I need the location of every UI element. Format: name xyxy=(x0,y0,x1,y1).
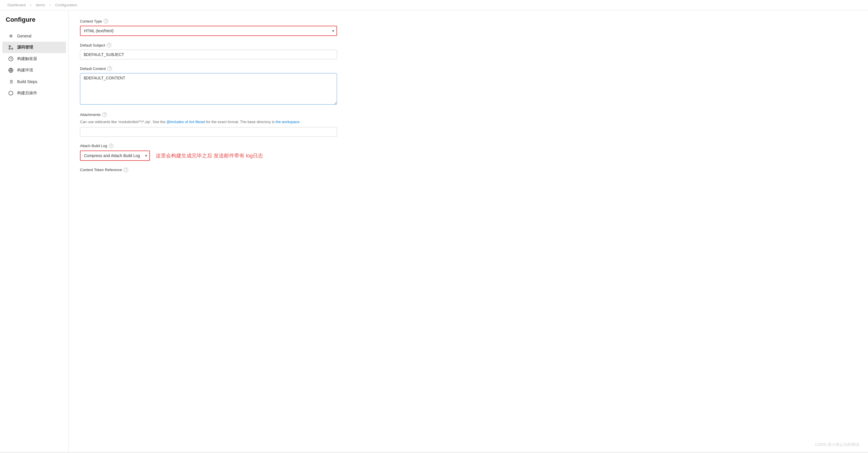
annotation-text: 这里会构建生成完毕之后 发送邮件带有 log日志 xyxy=(156,152,263,159)
gear-icon: ⚙ xyxy=(8,33,14,39)
svg-point-0 xyxy=(11,48,13,50)
breadcrumb-sep-2: › xyxy=(50,3,51,7)
attach-build-log-field: Attach Build Log ? No Attach Build Log C… xyxy=(80,144,337,161)
breadcrumb: Dashboard › demo › Configuration xyxy=(0,0,868,10)
attachments-input[interactable] xyxy=(80,127,337,137)
sidebar-item-build-steps[interactable]: Build Steps xyxy=(2,76,66,87)
config-section: Content Type ? HTML (text/html) Plain Te… xyxy=(80,19,337,172)
content-type-label: Content Type ? xyxy=(80,19,337,23)
box-icon xyxy=(8,90,14,96)
clock-icon xyxy=(8,56,14,62)
watermark: CSDN @小张认为的测试 xyxy=(815,442,860,447)
attach-build-log-select-wrapper: No Attach Build Log Compress and Attach … xyxy=(80,151,150,161)
default-content-wrapper: $DEFAULT_CONTENT ⌟ xyxy=(80,73,337,105)
content-token-reference-label: Content Token Reference ? xyxy=(80,168,337,172)
sidebar-item-general[interactable]: ⚙ General xyxy=(2,30,66,42)
attach-build-log-select[interactable]: No Attach Build Log Compress and Attach … xyxy=(80,151,150,161)
sidebar-item-post-build[interactable]: 构建后操作 xyxy=(2,87,66,99)
default-subject-field: Default Subject ? xyxy=(80,43,337,59)
sidebar-item-build-triggers[interactable]: 构建触发器 xyxy=(2,53,66,65)
content-type-select[interactable]: HTML (text/html) Plain Text (text/plain) xyxy=(80,26,337,36)
attachments-hint: Can use wildcards like 'module/dist/**/*… xyxy=(80,119,337,125)
default-content-field: Default Content ? $DEFAULT_CONTENT ⌟ xyxy=(80,66,337,105)
attach-build-log-label: Attach Build Log ? xyxy=(80,144,337,148)
content-type-select-wrapper: HTML (text/html) Plain Text (text/plain)… xyxy=(80,26,337,36)
default-subject-input[interactable] xyxy=(80,50,337,59)
default-content-help-icon[interactable]: ? xyxy=(107,66,112,71)
breadcrumb-demo[interactable]: demo xyxy=(36,3,45,7)
sidebar-item-source-management[interactable]: 源码管理 xyxy=(2,42,66,53)
breadcrumb-dashboard[interactable]: Dashboard xyxy=(7,3,26,7)
attach-build-log-row: No Attach Build Log Compress and Attach … xyxy=(80,151,337,161)
content-type-field: Content Type ? HTML (text/html) Plain Te… xyxy=(80,19,337,36)
globe-icon xyxy=(8,67,14,73)
attachments-label: Attachments ? xyxy=(80,112,337,117)
ant-fileset-link[interactable]: @includes of Ant fileset xyxy=(166,120,205,124)
attach-build-log-help-icon[interactable]: ? xyxy=(109,144,114,148)
default-content-textarea[interactable]: $DEFAULT_CONTENT xyxy=(80,73,337,104)
sidebar-title: Configure xyxy=(0,16,68,30)
default-subject-label: Default Subject ? xyxy=(80,43,337,48)
sidebar: Configure ⚙ General 源码管理 构建触发器 xyxy=(0,10,68,452)
attachments-help-icon[interactable]: ? xyxy=(102,112,107,117)
breadcrumb-sep-1: › xyxy=(30,3,31,7)
sidebar-item-steps-label: Build Steps xyxy=(17,80,37,84)
list-icon xyxy=(8,79,14,85)
sidebar-item-general-label: General xyxy=(17,34,31,38)
workspace-link[interactable]: the workspace xyxy=(276,120,300,124)
svg-point-2 xyxy=(9,48,10,50)
sidebar-item-postbuild-label: 构建后操作 xyxy=(17,91,37,96)
git-icon xyxy=(8,44,14,50)
content-token-help-icon[interactable]: ? xyxy=(124,168,128,172)
default-subject-help-icon[interactable]: ? xyxy=(107,43,112,48)
main-content: Content Type ? HTML (text/html) Plain Te… xyxy=(68,10,868,452)
default-content-label: Default Content ? xyxy=(80,66,337,71)
sidebar-item-build-env[interactable]: 构建环境 xyxy=(2,65,66,76)
sidebar-item-env-label: 构建环境 xyxy=(17,68,33,73)
sidebar-item-source-label: 源码管理 xyxy=(17,45,33,50)
content-type-help-icon[interactable]: ? xyxy=(104,19,108,23)
svg-point-1 xyxy=(9,46,10,47)
attachments-field: Attachments ? Can use wildcards like 'mo… xyxy=(80,112,337,137)
content-token-reference-field: Content Token Reference ? xyxy=(80,168,337,172)
sidebar-item-triggers-label: 构建触发器 xyxy=(17,56,37,61)
breadcrumb-configuration[interactable]: Configuration xyxy=(55,3,77,7)
